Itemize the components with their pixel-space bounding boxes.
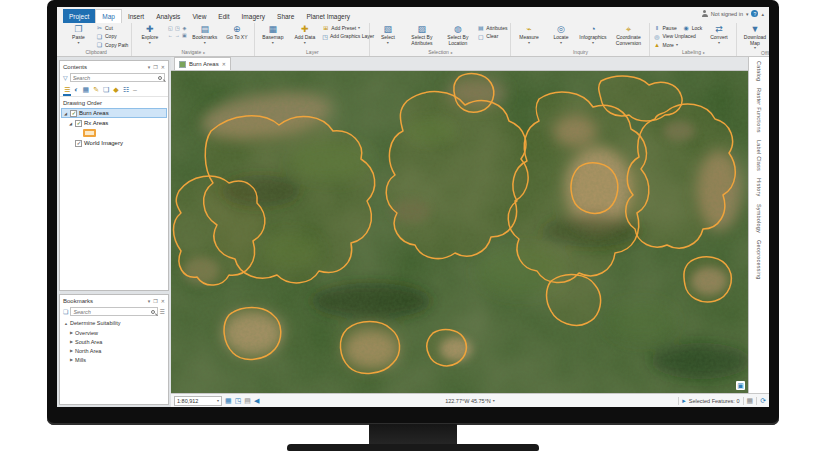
list-by-drawing-order-icon[interactable]: ☰ [64,85,70,94]
go-to-xy-button[interactable]: ⊕Go To XY [222,23,251,41]
tab-share[interactable]: Share [271,9,300,23]
layer-checkbox[interactable] [70,110,77,117]
contents-search-input[interactable] [73,75,158,81]
fixed-zoom-out-icon[interactable]: ◳ [174,25,180,31]
tab-project[interactable]: Project [63,9,95,23]
bookmark-item-overview[interactable]: ▶Overview [60,328,168,337]
tab-raster-functions[interactable]: Raster Functions [756,88,762,133]
refresh-icon[interactable]: ⟳ [760,397,766,405]
list-by-source-icon[interactable]: ◐ [74,85,78,94]
paste-button[interactable]: ❐Paste▾ [64,23,93,45]
select-by-location-button[interactable]: ◍Select By Location [441,23,474,46]
list-by-charts-icon[interactable]: ☷ [123,85,129,94]
tab-map[interactable]: Map [95,9,122,23]
layer-checkbox[interactable] [75,120,82,127]
tab-symbology[interactable]: Symbology [756,204,762,233]
bookmark-group-row[interactable]: ▲ Determine Suitability [60,318,168,328]
tab-history[interactable]: History [756,178,762,197]
pane-menu-icon[interactable]: ▾ [148,64,151,70]
locate-button[interactable]: ◎Locate▾ [546,23,575,45]
coordinate-readout[interactable]: 122.77°W 45.75°N ▾ [445,398,495,404]
bookmark-item-mills[interactable]: ▶Mills [60,355,168,364]
clear-button[interactable]: ▢Clear [477,33,507,40]
select-button[interactable]: ▧Select▾ [373,23,402,45]
cut-button[interactable]: ✂Cut [96,24,128,31]
statusbar-basemap-icon[interactable]: ▦ [225,397,232,405]
layer-checkbox[interactable] [75,140,82,147]
help-icon[interactable]: ? [751,10,758,17]
attribute-table-icon[interactable]: ▦ [747,397,754,405]
explore-button[interactable]: ✚Explore▾ [135,23,164,45]
close-icon[interactable]: ✕ [161,64,165,70]
search-icon[interactable] [158,76,162,80]
tab-catalog[interactable]: Catalog [756,61,762,81]
tab-planet-imagery[interactable]: Planet Imagery [300,9,356,23]
coordinate-conversion-button[interactable]: ⌖Coordinate Conversion [610,23,646,46]
list-by-labeling-icon[interactable]: ◆ [113,85,118,94]
pin-icon[interactable]: ❐ [153,298,157,304]
selected-extent-icon[interactable]: ▣ [181,32,187,38]
selected-features-readout[interactable]: Selected Features: 0 [689,398,740,404]
pane-menu-icon[interactable]: ▾ [148,298,151,304]
map-canvas[interactable]: ▣ [171,71,748,393]
collapse-ribbon-icon[interactable]: ▴ [761,11,764,17]
map-scale-select[interactable]: 1:80,912 ▾ [174,396,222,406]
rx-areas-symbol-swatch[interactable] [83,129,96,137]
layer-row-burn-areas[interactable]: ◢ Burn Areas [61,108,167,118]
previous-extent-icon[interactable]: ← [167,32,173,38]
sign-in-status[interactable]: Not signed in ▾ ? ▴ [702,10,764,17]
basemap-button[interactable]: ▦Basemap▾ [258,23,287,45]
next-extent-icon[interactable]: → [174,32,180,38]
measure-button[interactable]: ⌁Measure▾ [514,23,543,45]
dialog-launcher-icon[interactable]: ▸ [703,50,705,55]
expander-icon[interactable]: ◢ [69,121,73,126]
tab-imagery[interactable]: Imagery [236,9,271,23]
dialog-launcher-icon[interactable]: ▸ [451,50,453,55]
tab-edit[interactable]: Edit [212,9,235,23]
dialog-launcher-icon[interactable]: ▸ [203,50,205,55]
close-icon[interactable]: ✕ [222,61,226,67]
statusbar-snapping-icon[interactable]: ◳ [235,397,242,405]
tab-insert[interactable]: Insert [122,9,150,23]
statusbar-grid-icon[interactable]: ▤ [244,397,251,405]
pause-labeling-button[interactable]: ‖Pause [653,24,676,31]
nav-extent-buttons[interactable]: ◱◳◈ ←→▣ [167,23,187,38]
layer-row-rx-areas[interactable]: ◢ Rx Areas [61,118,167,128]
download-map-button[interactable]: ▼Download Map▾ [740,23,769,50]
expander-icon[interactable]: ▲ [64,321,68,326]
layer-row-world-imagery[interactable]: World Imagery [61,138,167,148]
copy-button[interactable]: ❏Copy [96,33,128,40]
lock-labels-button[interactable]: ◉Lock [683,24,703,31]
list-by-snapping-icon[interactable]: ❏ [103,85,109,94]
layer-symbol-row[interactable] [61,128,167,138]
view-unplaced-button[interactable]: ◎View Unplaced [653,33,701,40]
infographics-button[interactable]: ◔Infographics▾ [578,23,607,45]
bookmark-item-south-area[interactable]: ▶South Area [60,337,168,346]
select-by-attributes-button[interactable]: ▨Select By Attributes [405,23,438,46]
statusbar-sound-icon[interactable]: ◀ [254,397,259,405]
add-data-button[interactable]: ✚Add Data▾ [290,23,319,45]
toolbar-overflow-icon[interactable]: – [133,85,137,94]
map-view-tab-burn-areas[interactable]: Burn Areas ✕ [174,57,231,70]
filter-icon[interactable]: ▽ [63,74,68,81]
attributes-button[interactable]: ▤Attributes [477,24,507,31]
map-attribution-badge[interactable]: ▣ [736,381,745,390]
add-graphics-layer-button[interactable]: ◳Add Graphics Layer [322,33,366,40]
bookmarks-search-input[interactable] [73,309,150,315]
fixed-zoom-in-icon[interactable]: ◱ [167,25,173,31]
convert-labels-button[interactable]: ⇄Convert▾ [704,23,733,45]
bookmarks-menu-icon[interactable]: ☰ [160,308,165,315]
search-icon[interactable] [151,310,155,314]
tab-geoprocessing[interactable]: Geoprocessing [756,240,762,280]
expander-icon[interactable]: ◢ [64,111,68,116]
list-by-selection-icon[interactable]: ▦ [83,85,90,94]
copy-path-button[interactable]: ❏Copy Path [96,41,128,48]
tab-label-class[interactable]: Label Class [756,140,762,171]
tab-view[interactable]: View [186,9,212,23]
add-preset-button[interactable]: ⊞Add Preset▾ [322,24,366,31]
bookmark-item-north-area[interactable]: ▶North Area [60,346,168,355]
full-extent-icon[interactable]: ◈ [181,25,187,31]
more-labeling-button[interactable]: ▲More▾ [653,41,701,48]
tab-analysis[interactable]: Analysis [150,9,186,23]
new-bookmark-icon[interactable]: ❏ [63,308,68,315]
